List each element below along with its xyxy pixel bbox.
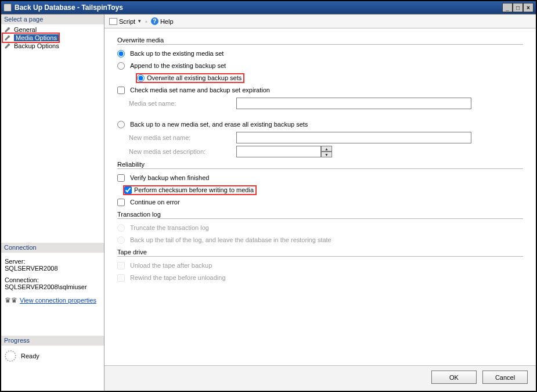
sidebar-item-general[interactable]: General [3,26,102,34]
script-button[interactable]: Script ▼ [109,18,142,25]
new-media-desc-label: New media set description: [117,148,236,155]
script-label: Script [119,18,135,25]
radio-append-label: Append to the existing backup set [130,62,226,69]
check-verify-label: Verify backup when finished [130,174,209,181]
people-icon: ♛♛ [5,296,17,304]
group-transaction-log: Transaction log [117,211,523,219]
sidebar-header-select-page: Select a page [1,15,104,24]
sidebar-header-progress: Progress [1,336,104,346]
sidebar-item-media-options[interactable]: Media Options [3,34,59,42]
new-media-name-input [236,132,471,143]
app-icon [3,3,12,12]
radio-existing-label: Back up to the existing media set [130,50,224,57]
help-button[interactable]: ? Help [151,17,174,25]
check-rewind-label: Rewind the tape before unloading [130,274,226,281]
group-reliability: Reliability [117,161,523,169]
help-icon: ? [151,17,158,25]
script-icon [109,18,117,25]
toolbar: Script ▼ • ? Help [104,15,536,28]
wrench-icon [3,35,12,41]
radio-overwrite-label: Overwrite all existing backup sets [147,74,242,81]
progress-spinner-icon [5,350,16,362]
radio-new-media-set[interactable] [117,121,125,128]
help-label: Help [160,18,174,25]
ok-button[interactable]: OK [431,371,477,384]
window-title: Back Up Database - TailspinToys [15,3,123,12]
dialog-footer: OK Cancel [104,365,536,391]
spin-down-icon: ▼ [321,152,332,157]
minimize-button[interactable]: _ [502,3,513,12]
check-verify-backup[interactable] [117,174,125,182]
close-button[interactable]: × [523,3,534,12]
check-unload-tape [117,262,125,269]
media-set-name-input[interactable] [236,98,471,109]
wrench-icon [3,43,12,49]
sidebar: Select a page General Media Options [1,15,104,391]
new-media-desc-input [236,146,321,157]
highlight-box-icon: Perform checksum before writing to media [123,185,257,195]
check-unload-label: Unload the tape after backup [130,262,212,269]
radio-existing-media-set[interactable] [117,50,125,57]
sidebar-header-connection: Connection [1,243,104,253]
connection-label: Connection: [5,276,100,283]
check-media-name-expiration[interactable] [117,87,125,94]
radio-truncate-label: Truncate the transaction log [130,224,209,231]
new-media-name-label: New media set name: [117,134,236,141]
server-label: Server: [5,258,100,265]
radio-backup-tail [117,236,125,244]
media-set-name-label: Media set name: [117,100,236,107]
check-continue-label: Continue on error [130,199,180,206]
sidebar-item-label: General [14,26,37,33]
check-continue-on-error[interactable] [117,199,125,206]
progress-status: Ready [21,353,39,359]
radio-overwrite-all[interactable] [137,74,145,82]
radio-truncate-log [117,224,125,232]
check-rewind-tape [117,274,125,282]
sidebar-item-backup-options[interactable]: Backup Options [3,42,102,50]
check-checksum-label: Perform checksum before writing to media [134,186,254,193]
titlebar: Back Up Database - TailspinToys _ □ × [1,1,536,14]
check-media-name-label: Check media set name and backup set expi… [130,87,270,93]
cancel-button[interactable]: Cancel [482,371,528,384]
sidebar-item-label: Media Options [14,34,59,41]
wrench-icon [3,27,12,33]
spin-up-icon: ▲ [321,146,332,152]
connection-value: SQLSERVER2008\sqlmiuser [5,283,100,290]
check-perform-checksum[interactable] [124,186,132,194]
chevron-down-icon: ▼ [137,19,142,24]
sidebar-item-label: Backup Options [14,42,59,49]
radio-append[interactable] [117,62,125,70]
radio-new-media-label: Back up to a new media set, and erase al… [130,121,308,128]
radio-tail-label: Back up the tail of the log, and leave t… [130,236,331,243]
highlight-box-icon: Overwrite all existing backup sets [136,73,244,83]
server-value: SQLSERVER2008 [5,265,100,272]
view-connection-link[interactable]: View connection properties [20,297,96,304]
maximize-button[interactable]: □ [513,3,523,12]
group-overwrite-media: Overwrite media [117,37,523,45]
group-tape-drive: Tape drive [117,249,523,257]
